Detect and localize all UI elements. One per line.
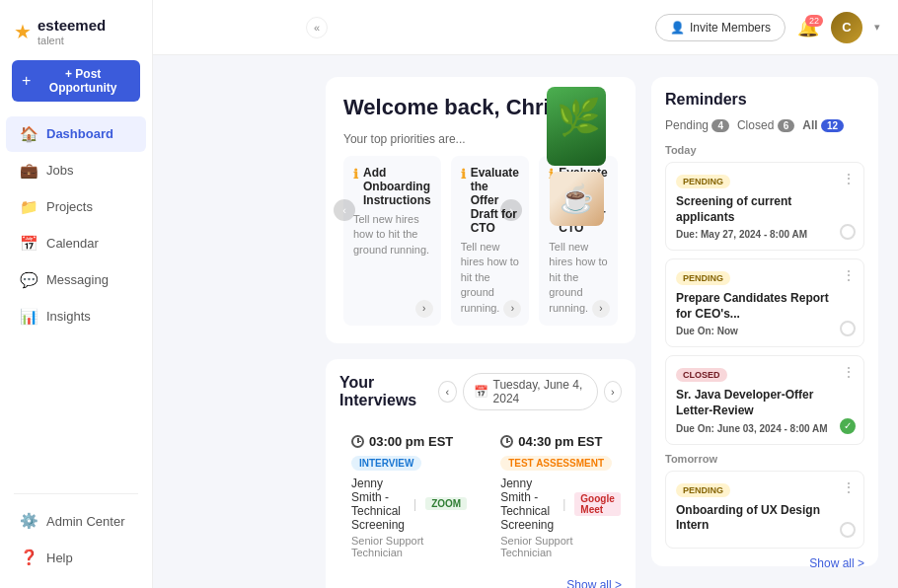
notifications-button[interactable]: 🔔 22	[797, 17, 819, 38]
reminder-card-tomorrow-0: PENDING ⋮ Onboarding of UX Design Intern	[665, 471, 864, 549]
logo-star-icon: ★	[14, 20, 32, 43]
interviews-header: Your Interviews ‹ 📅 Tuesday, June 4, 202…	[339, 373, 622, 410]
dashboard-icon: 🏠	[20, 125, 37, 143]
messaging-icon: 💬	[20, 271, 37, 289]
projects-icon: 📁	[20, 198, 37, 216]
date-prev-button[interactable]: ‹	[438, 381, 456, 403]
priority-card-1[interactable]: ℹ Evaluate the Offer Draft for CTO Tell …	[451, 156, 530, 326]
sidebar-item-help[interactable]: ❓ Help	[6, 540, 146, 575]
reminder-status-1: PENDING	[676, 271, 730, 285]
sidebar-item-label: Calendar	[46, 236, 99, 251]
carousel-prev-button[interactable]: ‹	[334, 199, 355, 221]
invite-members-button[interactable]: 👤 Invite Members	[655, 14, 786, 41]
topbar: « 👤 Invite Members 🔔 22 C ▾	[153, 0, 898, 55]
reminder-menu-t0[interactable]: ⋮	[842, 479, 856, 495]
priority-card-title-0: ℹ Add Onboarding Instructions	[353, 166, 431, 207]
sidebar-item-projects[interactable]: 📁 Projects	[6, 189, 146, 225]
filter-all[interactable]: All 12	[802, 118, 844, 132]
sidebar-item-calendar[interactable]: 📅 Calendar	[6, 226, 146, 261]
info-icon-0: ℹ	[353, 167, 358, 182]
filter-closed-count: 6	[778, 119, 795, 132]
interviews-title: Your Interviews	[339, 374, 438, 409]
date-next-button[interactable]: ›	[604, 381, 622, 403]
priority-card-arrow-2[interactable]: ›	[592, 300, 610, 318]
sidebar-item-label: Insights	[46, 309, 91, 324]
reminder-status-t0: PENDING	[676, 483, 730, 497]
filter-all-count: 12	[821, 119, 844, 132]
info-icon-1: ℹ	[461, 167, 466, 182]
reminder-card-1: PENDING ⋮ Prepare Candidates Report for …	[665, 258, 864, 347]
reminder-text-1: Prepare Candidates Report for CEO's...	[676, 291, 854, 322]
avatar[interactable]: C	[831, 12, 862, 43]
help-icon: ❓	[20, 549, 37, 566]
interview-time-1: 04:30 pm EST	[500, 434, 621, 449]
filter-closed[interactable]: Closed 6	[737, 118, 794, 132]
reminder-check-2[interactable]: ✓	[840, 418, 856, 434]
interviews-section: Your Interviews ‹ 📅 Tuesday, June 4, 202…	[326, 359, 636, 588]
user-icon: 👤	[670, 21, 685, 35]
content-left: Welcome back, Chris! Your top priorities…	[326, 77, 636, 566]
show-all-reminders-link[interactable]: Show all >	[665, 556, 864, 570]
clock-icon-1	[500, 435, 513, 448]
welcome-section: Welcome back, Chris! Your top priorities…	[326, 77, 636, 343]
collapse-sidebar-button[interactable]: «	[306, 17, 328, 38]
reminders-panel: Reminders Pending 4 Closed 6 All 12 Toda…	[651, 77, 878, 566]
reminder-check-t0[interactable]	[840, 522, 856, 538]
reminder-menu-0[interactable]: ⋮	[842, 171, 856, 186]
reminders-container: Reminders Pending 4 Closed 6 All 12 Toda…	[651, 77, 878, 566]
interview-name-0: Jenny Smith - Technical Screening | ZOOM	[351, 477, 467, 532]
welcome-image: ☕	[527, 87, 626, 245]
jobs-icon: 💼	[20, 162, 37, 180]
sidebar-item-insights[interactable]: 📊 Insights	[6, 299, 146, 334]
reminder-due-2: Due On: June 03, 2024 - 8:00 AM	[676, 423, 854, 434]
interview-badge-1: TEST ASSESSMENT	[500, 456, 612, 471]
reminder-status-0: PENDING	[676, 175, 730, 188]
calendar-icon: 📅	[20, 235, 37, 253]
reminder-menu-1[interactable]: ⋮	[842, 267, 856, 283]
sidebar-item-label: Help	[46, 551, 73, 565]
reminders-filter: Pending 4 Closed 6 All 12	[665, 118, 864, 132]
clock-icon-0	[351, 435, 364, 448]
priority-card-desc-0: Tell new hires how to hit the ground run…	[353, 212, 431, 257]
nav-divider	[14, 493, 138, 494]
sidebar-item-label: Projects	[46, 199, 93, 214]
main-content: Welcome back, Chris! Your top priorities…	[306, 55, 898, 588]
chevron-down-icon[interactable]: ▾	[874, 21, 880, 34]
gmeet-badge-1: Google Meet	[574, 492, 620, 516]
reminder-card-2: CLOSED ⋮ Sr. Java Developer-Offer Letter…	[665, 355, 864, 444]
show-all-interviews-link[interactable]: Show all >	[339, 578, 622, 588]
sidebar-item-label: Messaging	[46, 272, 109, 287]
sidebar-item-jobs[interactable]: 💼 Jobs	[6, 153, 146, 188]
zoom-badge-0: ZOOM	[425, 497, 467, 510]
interview-badge-0: INTERVIEW	[351, 456, 421, 471]
sidebar-item-label: Dashboard	[46, 126, 113, 141]
reminder-text-2: Sr. Java Developer-Offer Letter-Review	[676, 388, 854, 418]
priority-card-0[interactable]: ℹ Add Onboarding Instructions Tell new h…	[343, 156, 441, 326]
plant-decoration	[547, 87, 606, 166]
reminder-status-2: CLOSED	[676, 368, 727, 382]
sidebar-item-admin[interactable]: ⚙️ Admin Center	[6, 503, 146, 539]
priority-card-arrow-0[interactable]: ›	[415, 300, 433, 318]
calendar-small-icon: 📅	[474, 385, 488, 399]
interview-role-0: Senior Support Technician	[351, 535, 467, 558]
logo: ★ esteemed talent	[0, 8, 152, 60]
interview-card-1: 04:30 pm EST TEST ASSESSMENT Jenny Smith…	[488, 422, 633, 570]
interviews-grid: 03:00 pm EST INTERVIEW Jenny Smith - Tec…	[339, 422, 622, 570]
carousel-next-button[interactable]: ›	[500, 199, 522, 221]
reminder-menu-2[interactable]: ⋮	[842, 364, 856, 380]
interview-name-1: Jenny Smith - Technical Screening | Goog…	[500, 477, 621, 532]
sidebar-item-messaging[interactable]: 💬 Messaging	[6, 262, 146, 298]
sidebar-item-dashboard[interactable]: 🏠 Dashboard	[6, 116, 146, 152]
reminders-today-label: Today	[665, 144, 864, 156]
reminders-title: Reminders	[665, 91, 864, 109]
insights-icon: 📊	[20, 308, 37, 326]
app-name: esteemed	[37, 18, 106, 35]
filter-pending-count: 4	[711, 119, 729, 132]
interview-role-1: Senior Support Technician	[500, 535, 621, 558]
post-opportunity-button[interactable]: + + Post Opportunity	[12, 60, 140, 102]
sidebar-item-label: Admin Center	[46, 514, 124, 529]
nav-bottom: ⚙️ Admin Center ❓ Help	[0, 502, 152, 588]
reminder-due-0: Due: May 27, 2024 - 8:00 AM	[676, 229, 854, 240]
nav-section: 🏠 Dashboard 💼 Jobs 📁 Projects 📅 Calendar…	[0, 115, 152, 485]
filter-pending[interactable]: Pending 4	[665, 118, 729, 132]
